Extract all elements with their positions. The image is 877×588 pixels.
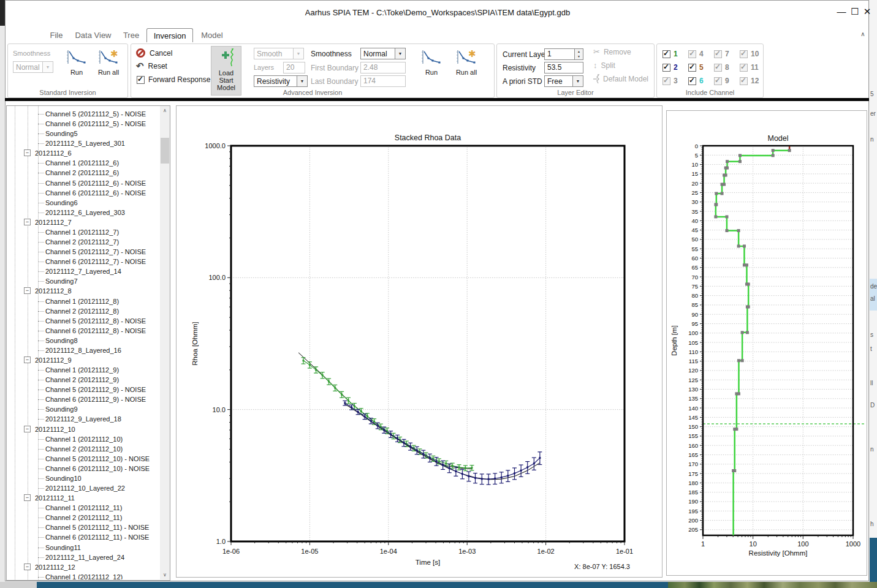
- run-button[interactable]: Run: [63, 49, 91, 76]
- minimize-button[interactable]: —: [835, 6, 848, 17]
- tree-item[interactable]: Channel 6 (20121112_7) - NOISE: [7, 257, 160, 266]
- scroll-down-icon[interactable]: ∨: [160, 570, 170, 579]
- tree-item[interactable]: Channel 6 (20121112_11) - NOISE: [7, 532, 160, 542]
- tree-item[interactable]: 20121112_7_Layered_14: [7, 266, 160, 276]
- tree-item[interactable]: Channel 5 (20121112_9) - NOISE: [7, 385, 160, 394]
- include-channel-6-checkbox[interactable]: 6: [688, 77, 704, 85]
- tree-item[interactable]: Sounding5: [7, 129, 160, 138]
- tree-expander-icon[interactable]: −: [24, 426, 31, 432]
- tree-item[interactable]: 20121112_9_Layered_18: [7, 414, 160, 424]
- tab-tree[interactable]: Tree: [119, 28, 143, 42]
- tree-item[interactable]: −20121112_6: [7, 148, 160, 158]
- tree-item[interactable]: Sounding8: [7, 336, 160, 345]
- split-button[interactable]: ↕ Split: [593, 61, 615, 70]
- tree-item[interactable]: Channel 6 (20121112_9) - NOISE: [7, 394, 160, 404]
- display-mode-select[interactable]: Resistivity ▼: [254, 75, 308, 87]
- tree-item[interactable]: Sounding10: [7, 473, 160, 483]
- tree-item[interactable]: 20121112_11_Layered_24: [7, 552, 160, 562]
- tree-item[interactable]: Channel 5 (20121112_6) - NOISE: [7, 178, 160, 188]
- tree-item[interactable]: Channel 5 (20121112_10) - NOISE: [7, 454, 160, 464]
- include-channel-5-checkbox[interactable]: 5: [688, 63, 704, 72]
- tree-item[interactable]: Sounding9: [7, 404, 160, 414]
- tree-item[interactable]: 20121112_10_Layered_22: [7, 483, 160, 493]
- tree-item[interactable]: Channel 1 (20121112_7): [7, 227, 160, 237]
- tree-expander-icon[interactable]: −: [24, 287, 31, 294]
- tree-item[interactable]: 20121112_6_Layered_303: [7, 208, 160, 217]
- tree-item[interactable]: 20121112_8_Layered_16: [7, 345, 160, 355]
- tree-item[interactable]: −20121112_8: [7, 286, 160, 296]
- tree-item[interactable]: Channel 2 (20121112_9): [7, 375, 160, 385]
- tree-expander-icon[interactable]: −: [24, 219, 31, 225]
- tree-item[interactable]: Channel 5 (20121112_8) - NOISE: [7, 316, 160, 326]
- tree-item[interactable]: −20121112_7: [7, 217, 160, 227]
- first-boundary-input[interactable]: 2.48: [360, 62, 406, 74]
- tab-file[interactable]: File: [43, 28, 70, 42]
- tree-item[interactable]: Channel 5 (20121112_7) - NOISE: [7, 247, 160, 257]
- tree-expander-icon[interactable]: −: [24, 149, 31, 156]
- tree-item[interactable]: −20121112_10: [7, 424, 160, 434]
- tree-item[interactable]: Sounding7: [7, 276, 160, 286]
- tree-item[interactable]: −20121112_9: [7, 355, 160, 365]
- tree-item[interactable]: Channel 6 (20121112_10) - NOISE: [7, 464, 160, 473]
- apriori-std-select[interactable]: Free ▼: [544, 75, 583, 87]
- scroll-up-icon[interactable]: ∧: [160, 106, 170, 115]
- checkbox-icon[interactable]: [688, 64, 696, 72]
- tree-item[interactable]: Channel 1 (20121112_12): [7, 572, 160, 579]
- advanced-run-button[interactable]: Run: [418, 49, 445, 76]
- tab-data-view[interactable]: Data View: [72, 28, 114, 42]
- layers-input[interactable]: 20: [283, 62, 305, 74]
- tree-item[interactable]: −20121112_12: [7, 562, 160, 572]
- tree-item[interactable]: Channel 1 (20121112_8): [7, 296, 160, 306]
- tree-item[interactable]: Channel 6 (20121112_5) - NOISE: [7, 119, 160, 129]
- tree-item[interactable]: Channel 1 (20121112_6): [7, 158, 160, 168]
- scrollbar-thumb[interactable]: [161, 138, 169, 164]
- smoothness-select[interactable]: Normal ▼: [13, 61, 53, 73]
- tree-item[interactable]: Channel 2 (20121112_11): [7, 513, 160, 522]
- adv-smoothness-select[interactable]: Normal ▼: [360, 48, 406, 59]
- tree-expander-icon[interactable]: −: [24, 494, 31, 501]
- default-model-button[interactable]: Default Model: [592, 74, 648, 84]
- include-channel-1-checkbox[interactable]: 1: [662, 50, 678, 58]
- stacked-rhoa-chart[interactable]: Stacked Rhoa Data1e-061e-051e-041e-031e-…: [177, 106, 663, 578]
- tree-item[interactable]: Channel 5 (20121112_5) - NOISE: [7, 109, 160, 119]
- load-start-model-button[interactable]: Load Start Model: [211, 46, 241, 96]
- checkbox-icon[interactable]: [662, 50, 670, 58]
- last-boundary-input[interactable]: 174: [360, 75, 406, 87]
- model-chart[interactable]: Model05101520253035404550556065707580859…: [667, 111, 868, 576]
- tree-item[interactable]: Channel 5 (20121112_11) - NOISE: [7, 522, 160, 532]
- current-layer-spinner[interactable]: 1 ▲▼: [544, 48, 583, 60]
- tree-item[interactable]: Channel 6 (20121112_6) - NOISE: [7, 188, 160, 198]
- tree-expander-icon[interactable]: −: [24, 356, 31, 363]
- tree-item[interactable]: Channel 2 (20121112_6): [7, 168, 160, 178]
- tree-expander-icon[interactable]: −: [24, 564, 31, 570]
- maximize-button[interactable]: ☐: [849, 6, 861, 17]
- tree-item[interactable]: Channel 6 (20121112_8) - NOISE: [7, 326, 160, 336]
- ribbon-collapse-button[interactable]: ∧: [857, 30, 869, 41]
- advanced-run-all-button[interactable]: ✱ Run all: [449, 49, 484, 76]
- cancel-button[interactable]: Cancel: [136, 48, 172, 58]
- tab-inversion[interactable]: Inversion: [146, 28, 193, 42]
- tree-item[interactable]: Channel 2 (20121112_7): [7, 237, 160, 247]
- checkbox-icon[interactable]: [662, 64, 670, 72]
- tree-item[interactable]: Sounding6: [7, 198, 160, 208]
- tree-item[interactable]: Channel 1 (20121112_10): [7, 434, 160, 444]
- include-channel-2-checkbox[interactable]: 2: [662, 63, 678, 72]
- tree-scrollbar[interactable]: ∧ ∨: [160, 106, 170, 579]
- tree-item[interactable]: Sounding11: [7, 543, 160, 552]
- close-button[interactable]: ✕: [861, 6, 873, 17]
- tree-item[interactable]: 20121112_5_Layered_301: [7, 138, 160, 148]
- spinner-arrows-icon[interactable]: ▲▼: [574, 49, 583, 59]
- model-type-select[interactable]: Smooth ▼: [254, 48, 304, 59]
- remove-button[interactable]: ✂ Remove: [593, 47, 631, 56]
- checkbox-icon[interactable]: [688, 77, 696, 85]
- run-all-button[interactable]: ✱ Run all: [92, 49, 125, 76]
- forward-response-checkbox[interactable]: Forward Response: [137, 75, 210, 84]
- reset-button[interactable]: ↶ Reset: [136, 62, 167, 70]
- tree-item[interactable]: Channel 1 (20121112_9): [7, 365, 160, 375]
- tab-model[interactable]: Model: [197, 28, 227, 42]
- tree-item[interactable]: Channel 1 (20121112_11): [7, 503, 160, 513]
- tree-item[interactable]: Channel 2 (20121112_8): [7, 306, 160, 316]
- tree-item[interactable]: −20121112_11: [7, 493, 160, 503]
- tree-item[interactable]: Channel 2 (20121112_10): [7, 444, 160, 454]
- resistivity-input[interactable]: 53.5: [544, 62, 583, 74]
